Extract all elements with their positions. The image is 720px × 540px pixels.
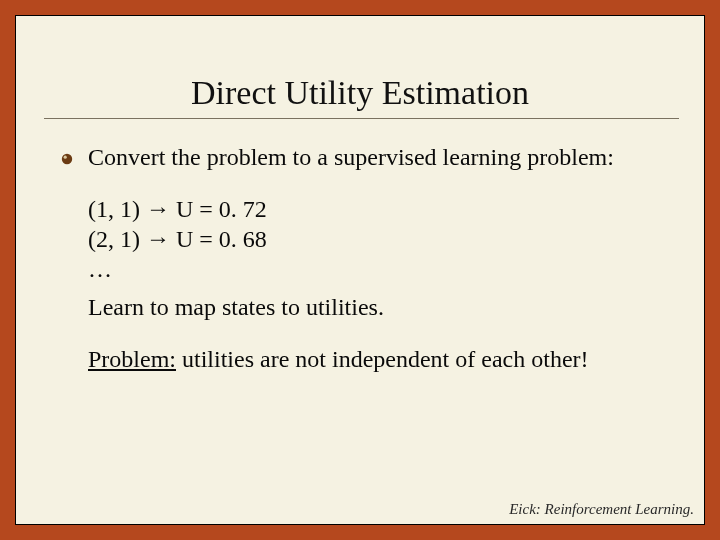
examples-block: (1, 1) → U = 0. 72 (2, 1) → U = 0. 68 … (88, 194, 688, 284)
problem-text: utilities are not independent of each ot… (176, 346, 589, 372)
title-underline (44, 118, 679, 119)
utility-value: U = 0. 72 (176, 196, 267, 222)
bullet-icon (60, 152, 74, 166)
ellipsis: … (88, 254, 688, 284)
learn-text: Learn to map states to utilities. (88, 292, 688, 322)
problem-label: Problem: (88, 346, 176, 372)
example-row: (2, 1) → U = 0. 68 (88, 224, 688, 254)
problem-line: Problem: utilities are not independent o… (88, 344, 688, 374)
svg-point-1 (64, 156, 67, 159)
example-row: (1, 1) → U = 0. 72 (88, 194, 688, 224)
svg-point-0 (62, 154, 72, 164)
intro-text: Convert the problem to a supervised lear… (88, 142, 688, 172)
arrow-icon: → (146, 225, 170, 252)
state-label: (1, 1) (88, 196, 140, 222)
slide-body: Convert the problem to a supervised lear… (88, 142, 688, 374)
slide-title: Direct Utility Estimation (16, 74, 704, 112)
footer-credit: Eick: Reinforcement Learning. (509, 501, 694, 518)
state-label: (2, 1) (88, 226, 140, 252)
slide: Direct Utility Estimation Convert the pr… (15, 15, 705, 525)
utility-value: U = 0. 68 (176, 226, 267, 252)
arrow-icon: → (146, 195, 170, 222)
